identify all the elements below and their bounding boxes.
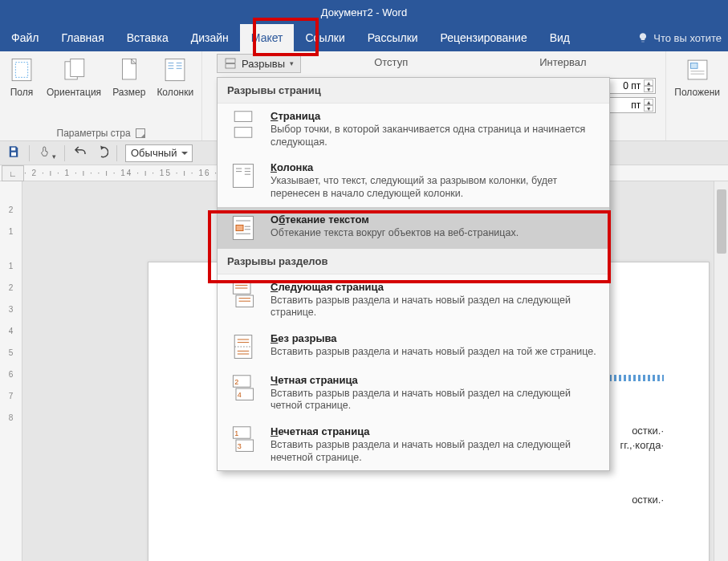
dd-desc: Обтекание текста вокруг объектов на веб-…: [270, 227, 600, 240]
lightbulb-icon: [637, 32, 649, 43]
group-arrange: Положени: [666, 51, 728, 140]
dd-title: Без разрыва: [270, 332, 600, 344]
redo-button[interactable]: [94, 144, 108, 161]
dd-item-page[interactable]: Страница Выбор точки, в которой заканчив…: [218, 104, 609, 155]
svg-rect-17: [11, 152, 16, 157]
doc-text: остки.·: [632, 494, 664, 507]
column-break-icon: [227, 161, 259, 200]
svg-text:1: 1: [234, 429, 238, 437]
text-wrapping-icon: [227, 213, 259, 242]
vertical-scrollbar[interactable]: [714, 181, 728, 561]
group-page-setup: Поля Ориентация Размер Колонки Параметры…: [0, 51, 202, 140]
svg-rect-18: [226, 59, 235, 63]
position-button[interactable]: Положени: [673, 55, 722, 100]
section-continuous-icon: [227, 332, 259, 361]
dd-desc: Вставить разрыв раздела и начать новый р…: [270, 346, 600, 359]
doc-text: остки.·: [632, 425, 664, 438]
margins-icon: [8, 56, 35, 83]
breaks-icon: [224, 57, 237, 70]
tab-layout[interactable]: Макет: [240, 24, 295, 51]
svg-text:2: 2: [234, 377, 238, 385]
doc-text: гг.,·когда·: [620, 439, 664, 453]
dialog-launcher-icon[interactable]: [136, 128, 145, 138]
dd-title: Страница: [270, 110, 600, 122]
redo-icon: [94, 144, 108, 159]
spacing-before-input[interactable]: 0 пт ▲▼: [606, 78, 656, 94]
position-icon: [684, 56, 711, 83]
tell-me[interactable]: Что вы хотите: [637, 24, 728, 51]
spin-up-icon[interactable]: ▲: [644, 79, 653, 86]
tab-home[interactable]: Главная: [50, 24, 115, 51]
svg-rect-22: [233, 165, 253, 188]
dd-item-column[interactable]: Колонка Указывает, что текст, следующий …: [218, 155, 609, 206]
svg-text:4: 4: [238, 391, 242, 399]
title-bar: Документ2 - Word: [0, 0, 728, 24]
section-odd-page-icon: 13: [227, 425, 259, 464]
dd-item-continuous[interactable]: Без разрыва Вставить разрыв раздела и на…: [218, 326, 609, 368]
columns-icon: [161, 56, 189, 83]
margins-button[interactable]: Поля: [6, 55, 37, 100]
dd-desc: Вставить разрыв раздела и начать новый р…: [270, 295, 600, 319]
size-icon: [116, 56, 143, 83]
svg-rect-5: [165, 59, 185, 80]
document-title: Документ2 - Word: [321, 6, 407, 18]
dd-desc: Выбор точки, в которой заканчивается одн…: [270, 124, 600, 148]
style-combo[interactable]: Обычный: [125, 144, 193, 162]
dd-item-next-page[interactable]: Следующая страница Вставить разрыв разде…: [218, 274, 609, 326]
svg-rect-16: [11, 148, 15, 151]
undo-icon: [73, 144, 87, 159]
save-button[interactable]: [6, 144, 21, 161]
columns-button[interactable]: Колонки: [155, 55, 195, 100]
tab-view[interactable]: Вид: [539, 24, 581, 51]
svg-rect-13: [690, 63, 697, 69]
page-break-icon: [227, 110, 259, 148]
dd-header-section-breaks: Разрывы разделов: [218, 249, 609, 274]
tab-design[interactable]: Дизайн: [180, 24, 240, 51]
orientation-icon: [60, 56, 87, 83]
group-label-page-setup: Параметры стра: [57, 128, 131, 139]
dd-item-odd-page[interactable]: 13 Нечетная страница Вставить разрыв раз…: [218, 419, 609, 470]
ruler-vertical[interactable]: 2 1 1 2 3 4 5 6 7 8: [0, 181, 22, 561]
dd-item-even-page[interactable]: 24 Четная страница Вставить разрыв разде…: [218, 368, 609, 419]
ruler-corner[interactable]: ∟: [2, 165, 24, 181]
svg-text:3: 3: [238, 442, 242, 450]
dd-desc: Вставить разрыв раздела и начать новый р…: [270, 439, 600, 464]
dd-title: Следующая страница: [270, 281, 600, 293]
breaks-dropdown: Разрывы страниц Страница Выбор точки, в …: [217, 77, 610, 471]
touch-icon: [38, 144, 52, 159]
spin-down-icon[interactable]: ▼: [644, 105, 653, 112]
section-even-page-icon: 24: [227, 374, 259, 413]
svg-rect-3: [71, 59, 84, 76]
svg-rect-20: [234, 112, 252, 122]
dd-item-text-wrapping[interactable]: Обтекание текстом Обтекание текста вокру…: [218, 207, 609, 249]
dd-header-page-breaks: Разрывы страниц: [218, 78, 609, 104]
tab-insert[interactable]: Вставка: [116, 24, 180, 51]
spin-down-icon[interactable]: ▼: [644, 86, 653, 92]
touch-mode-button[interactable]: ▾: [38, 144, 56, 161]
tab-mailings[interactable]: Рассылки: [356, 24, 429, 51]
section-next-page-icon: [227, 281, 259, 319]
save-icon: [6, 144, 21, 159]
tab-references[interactable]: Ссылки: [294, 24, 356, 51]
breaks-split-button[interactable]: Разрывы ▾: [217, 54, 301, 73]
dd-desc: Вставить разрыв раздела и начать новый р…: [270, 388, 600, 413]
dd-title: Четная страница: [270, 374, 600, 386]
svg-rect-29: [236, 225, 243, 230]
spacing-after-input[interactable]: 0 пт ▲▼: [606, 97, 656, 113]
tab-review[interactable]: Рецензирование: [429, 24, 539, 51]
svg-rect-19: [226, 64, 235, 68]
orientation-button[interactable]: Ориентация: [45, 55, 103, 100]
spacing-header: Интервал: [536, 55, 589, 73]
undo-button[interactable]: [73, 144, 87, 161]
scroll-thumb[interactable]: [717, 189, 726, 254]
dd-title: Нечетная страница: [270, 425, 600, 437]
tab-file[interactable]: Файл: [0, 24, 50, 51]
spin-up-icon[interactable]: ▲: [644, 99, 653, 105]
ribbon-tabs: Файл Главная Вставка Дизайн Макет Ссылки…: [0, 24, 728, 51]
dd-title: Обтекание текстом: [270, 213, 600, 226]
dd-desc: Указывает, что текст, следующий за разры…: [270, 175, 600, 200]
indent-header: Отступ: [371, 55, 411, 73]
svg-rect-21: [234, 128, 252, 138]
dd-title: Колонка: [270, 161, 600, 173]
size-button[interactable]: Размер: [111, 55, 147, 100]
